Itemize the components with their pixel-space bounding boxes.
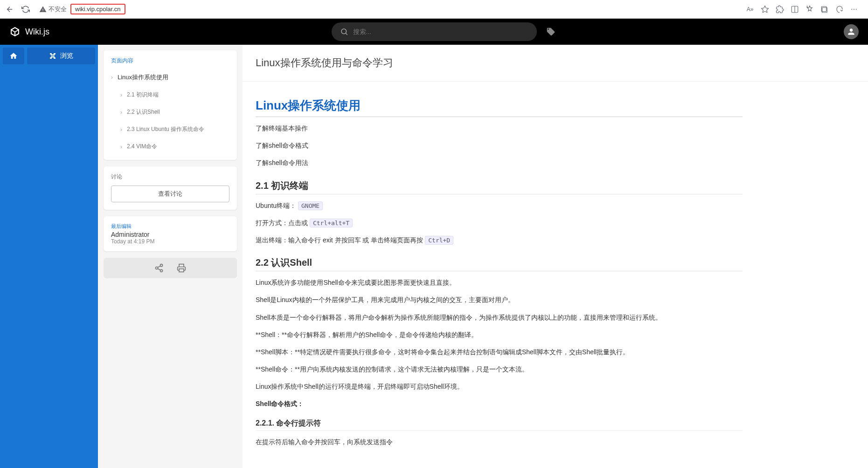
toc-item[interactable]: › 2.2 认识Shell [104, 103, 237, 121]
toc-item[interactable]: › 2.4 VIM命令 [104, 138, 237, 155]
toc-item-label: 2.2 认识Shell [127, 108, 160, 116]
extension-icon[interactable] [776, 5, 784, 14]
meta-card: 最后编辑 Administrator Today at 4:19 PM [104, 216, 237, 251]
reload-icon[interactable] [21, 5, 30, 14]
browser-toolbar: 不安全 wiki.vip.cpolar.cn A» ⋯ [0, 0, 868, 19]
browse-label: 浏览 [60, 52, 73, 60]
chevron-right-icon: › [120, 144, 122, 150]
app-header: Wiki.js [0, 19, 868, 45]
search-input[interactable] [353, 28, 528, 35]
person-icon [847, 27, 856, 36]
code-inline: Ctrl+D [425, 236, 453, 245]
article-paragraph: 了解终端基本操作 [256, 123, 743, 134]
toc-item-label: 2.1 初识终端 [127, 91, 159, 99]
collections-icon[interactable] [820, 5, 829, 14]
browse-button[interactable]: 浏览 [27, 48, 95, 64]
section-heading: 2.1 初识终端 [256, 179, 743, 194]
read-aloud-icon[interactable]: A» [746, 5, 754, 14]
code-inline: GNOME [298, 201, 323, 210]
share-icon[interactable] [154, 263, 164, 273]
article-paragraph: Shell命令格式： [256, 398, 743, 410]
toc-card: 页面内容 › Linux操作系统使用 › 2.1 初识终端 › 2.2 认识Sh… [104, 50, 237, 160]
article-paragraph: **Shell：**命令行解释器，解析用户的Shell命令，是命令传递给内核的翻… [256, 329, 743, 341]
home-button[interactable] [3, 48, 24, 64]
chevron-right-icon: › [111, 74, 113, 81]
search-icon [340, 28, 348, 36]
article-paragraph: Linux系统许多功能使用Shell命令来完成要比图形界面更快速且直接。 [256, 277, 743, 289]
article-h1: Linux操作系统使用 [256, 97, 743, 117]
discuss-card: 讨论 查看讨论 [104, 166, 237, 210]
page-title: Linux操作系统使用与命令学习 [256, 56, 855, 70]
article-paragraph: 在提示符后输入命令并按回车，向系统发送指令 [256, 436, 743, 448]
subsection-heading: 2.2.1. 命令行提示符 [256, 419, 743, 431]
view-discussion-button[interactable]: 查看讨论 [111, 186, 229, 202]
favorite-icon[interactable] [761, 5, 769, 14]
user-avatar[interactable] [844, 24, 859, 39]
chevron-right-icon: › [120, 109, 122, 116]
left-rail: 浏览 [0, 45, 98, 468]
chevron-right-icon: › [120, 126, 122, 133]
search-box[interactable] [332, 22, 537, 41]
article-paragraph: 退出终端：输入命令行 exit 并按回车 或 单击终端页面再按 Ctrl+D [256, 234, 743, 246]
toc-item-label: 2.4 VIM命令 [127, 143, 157, 151]
article-paragraph: **Shell命令：**用户向系统内核发送的控制请求，这个请求无法被内核理解，只… [256, 364, 743, 375]
toc-item[interactable]: › Linux操作系统使用 [104, 69, 237, 86]
svg-point-10 [160, 269, 163, 272]
back-icon[interactable] [6, 5, 14, 14]
article-paragraph: 了解shell命令用法 [256, 157, 743, 169]
code-inline: Ctrl+alt+T [310, 219, 353, 227]
article-paragraph: Linux操作系统中Shell的运行环境是终端，开启终端即可启动Shell环境。 [256, 381, 743, 392]
favorites-star-icon[interactable] [806, 5, 814, 14]
print-icon[interactable] [177, 263, 186, 273]
app-name: Wiki.js [25, 27, 49, 37]
section-heading: 2.2 认识Shell [256, 256, 743, 271]
svg-rect-13 [179, 269, 184, 272]
svg-line-11 [158, 268, 160, 270]
home-icon [9, 52, 18, 60]
toc-item-label: 2.3 Linux Ubuntu 操作系统命令 [127, 125, 204, 133]
app-logo[interactable]: Wiki.js [9, 26, 49, 37]
more-icon[interactable]: ⋯ [850, 5, 859, 14]
discuss-title: 讨论 [111, 173, 229, 181]
browser-misc-icon[interactable] [835, 5, 844, 14]
tags-icon[interactable] [546, 27, 556, 36]
svg-line-7 [346, 33, 347, 34]
toc-item[interactable]: › 2.1 初识终端 [104, 86, 237, 103]
actions-card [104, 258, 237, 278]
article-paragraph: 打开方式：点击或 Ctrl+alt+T [256, 217, 743, 229]
wikijs-logo-icon [9, 26, 21, 37]
article-paragraph: Ubuntu终端： GNOME [256, 200, 743, 212]
toc-item[interactable]: › 2.3 Linux Ubuntu 操作系统命令 [104, 121, 237, 138]
article: Linux操作系统使用与命令学习 Linux操作系统使用 了解终端基本操作 了解… [243, 45, 868, 468]
article-paragraph: 了解shell命令格式 [256, 140, 743, 151]
svg-point-9 [156, 267, 158, 269]
meta-time: Today at 4:19 PM [111, 238, 229, 245]
meta-label: 最后编辑 [111, 223, 229, 230]
split-icon[interactable] [791, 5, 799, 14]
chevron-right-icon: › [120, 92, 122, 98]
svg-point-8 [160, 264, 163, 267]
url-text[interactable]: wiki.vip.cpolar.cn [70, 4, 125, 14]
svg-point-6 [341, 29, 347, 34]
tree-icon [49, 52, 56, 60]
meta-author: Administrator [111, 231, 229, 238]
svg-line-12 [158, 266, 160, 267]
insecure-warning[interactable]: 不安全 [39, 5, 67, 14]
toc-item-label: Linux操作系统使用 [118, 73, 168, 82]
article-paragraph: Shell是Linux内核的一个外层保护工具，用来完成用户与内核之间的交互，主要… [256, 294, 743, 306]
article-paragraph: **Shell脚本：**特定情况硬件需要执行很多命令，这时将命令集合起来并结合控… [256, 346, 743, 358]
article-paragraph: Shell本质是一个命令行解释器，将用户命令解析为操作系统所能理解的指令，为操作… [256, 312, 743, 323]
toc-title: 页面内容 [104, 55, 237, 69]
insecure-label: 不安全 [49, 5, 67, 14]
